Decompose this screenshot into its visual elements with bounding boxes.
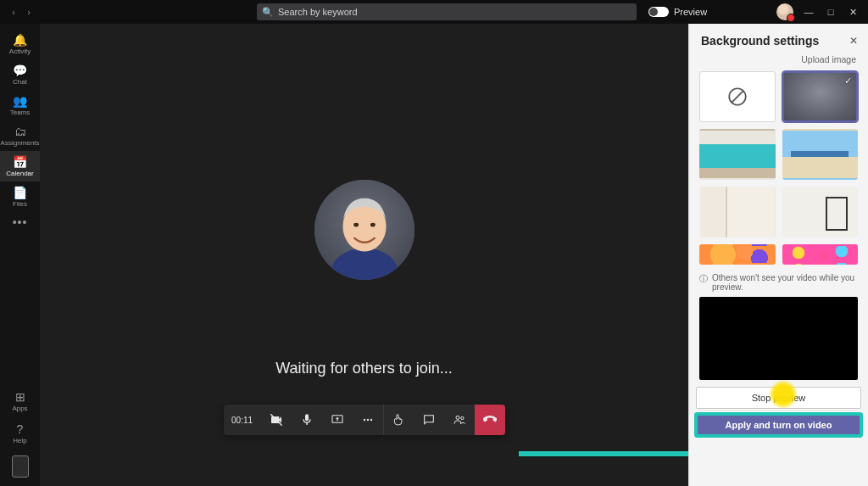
profile-avatar[interactable]: [776, 3, 793, 20]
svg-point-8: [366, 419, 368, 421]
close-button[interactable]: ✕: [846, 5, 860, 19]
chat-icon: 💬: [13, 64, 27, 76]
rail-item-assignments[interactable]: 🗂 Assignments: [0, 120, 40, 151]
background-option-image[interactable]: [699, 244, 776, 265]
meeting-controls: 00:11: [224, 405, 505, 435]
bell-icon: 🔔: [13, 34, 27, 46]
rail-item-chat[interactable]: 💬 Chat: [0, 59, 40, 90]
rail-more-button[interactable]: •••: [13, 215, 28, 229]
background-option-image[interactable]: [699, 187, 776, 237]
rail-item-activity[interactable]: 🔔 Activity: [0, 29, 40, 59]
svg-point-3: [353, 223, 359, 227]
raise-hand-button[interactable]: [383, 405, 414, 435]
meeting-timer: 00:11: [224, 405, 261, 435]
preview-toggle-label: Preview: [674, 7, 707, 17]
preview-toggle[interactable]: [648, 7, 669, 17]
teams-icon: 👥: [13, 95, 27, 107]
search-placeholder: Search by keyword: [278, 7, 358, 17]
titlebar: ‹ › 🔍 Search by keyword Preview — □ ✕: [0, 0, 868, 24]
rail-item-label: Activity: [9, 47, 31, 55]
svg-line-15: [732, 91, 743, 103]
rail-item-teams[interactable]: 👥 Teams: [0, 90, 40, 120]
rail-item-calendar[interactable]: 📅 Calendar: [0, 151, 40, 182]
meeting-canvas: Waiting for others to join... 00:11: [40, 24, 688, 486]
svg-point-7: [363, 419, 364, 421]
none-icon: [726, 86, 748, 108]
more-actions-button[interactable]: [353, 405, 383, 435]
annotation-arrow: [519, 439, 688, 469]
files-icon: 📄: [13, 187, 27, 198]
svg-point-9: [370, 419, 371, 421]
video-preview: [699, 297, 858, 380]
rail-item-label: Calendar: [6, 170, 33, 177]
background-option-blur[interactable]: [782, 71, 859, 122]
rail-item-label: Apps: [12, 405, 27, 412]
background-options-grid: [689, 71, 868, 265]
rail-item-label: Files: [13, 200, 27, 208]
panel-close-button[interactable]: ✕: [849, 35, 858, 47]
meeting-chat-button[interactable]: [414, 405, 444, 435]
device-button[interactable]: [12, 455, 29, 478]
nav-forward-button[interactable]: ›: [22, 7, 36, 17]
background-option-image[interactable]: [699, 129, 776, 180]
rail-item-label: Help: [13, 437, 26, 444]
background-option-none[interactable]: [699, 71, 776, 122]
meeting-status-text: Waiting for others to join...: [275, 360, 452, 377]
svg-point-4: [370, 223, 375, 227]
rail-item-label: Chat: [13, 78, 27, 86]
rail-item-files[interactable]: 📄 Files: [0, 182, 40, 212]
background-option-image[interactable]: [782, 187, 859, 237]
apply-turn-on-video-button[interactable]: Apply and turn on video: [696, 414, 861, 436]
info-icon: ⓘ: [699, 273, 708, 292]
stop-preview-button[interactable]: Stop preview: [696, 387, 861, 409]
background-option-image[interactable]: [782, 129, 859, 180]
nav-back-button[interactable]: ‹: [7, 7, 20, 17]
rail-item-label: Teams: [10, 109, 31, 116]
background-option-image[interactable]: [782, 244, 859, 265]
minimize-button[interactable]: —: [802, 5, 815, 19]
upload-image-link[interactable]: Upload image: [689, 54, 868, 71]
search-input[interactable]: 🔍 Search by keyword: [257, 3, 637, 20]
rail-item-label: Assignments: [1, 139, 40, 147]
maximize-button[interactable]: □: [824, 5, 837, 19]
camera-toggle-button[interactable]: [261, 405, 292, 435]
search-icon: 🔍: [262, 7, 274, 18]
rail-item-apps[interactable]: ⊞ Apps: [0, 386, 40, 416]
participants-button[interactable]: [444, 405, 475, 435]
background-settings-panel: Background settings ✕ Upload image ⓘ Oth…: [688, 24, 868, 486]
participant-avatar: [314, 180, 415, 280]
help-icon: ?: [17, 423, 24, 435]
svg-point-10: [456, 416, 459, 419]
left-rail: 🔔 Activity 💬 Chat 👥 Teams 🗂 Assignments …: [0, 24, 40, 486]
panel-title: Background settings: [701, 34, 819, 47]
rail-item-help[interactable]: ? Help: [0, 418, 40, 449]
hangup-button[interactable]: [475, 405, 505, 435]
assignments-icon: 🗂: [14, 126, 26, 137]
mic-toggle-button[interactable]: [292, 405, 322, 435]
calendar-icon: 📅: [13, 156, 27, 168]
preview-note: ⓘ Others won't see your video while you …: [689, 265, 868, 297]
preview-note-text: Others won't see your video while you pr…: [712, 273, 858, 292]
apps-icon: ⊞: [15, 391, 25, 403]
share-screen-button[interactable]: [322, 405, 353, 435]
svg-point-11: [460, 416, 463, 419]
